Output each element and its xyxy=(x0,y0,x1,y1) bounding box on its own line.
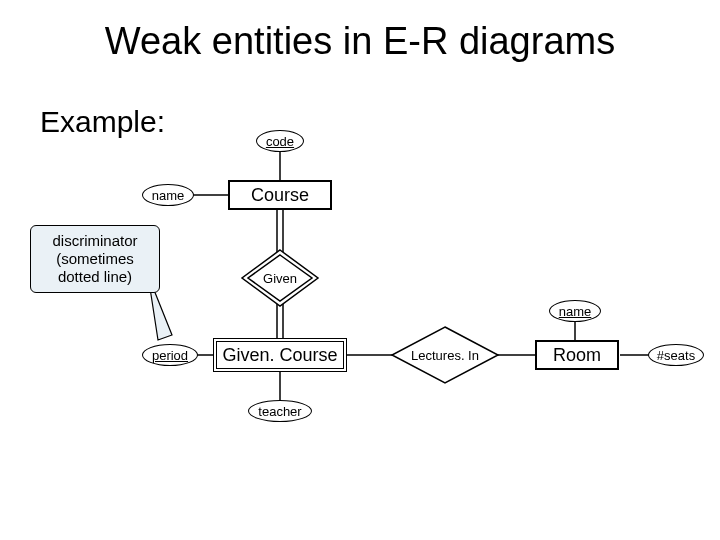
callout-text: discriminator (sometimes dotted line) xyxy=(52,232,137,285)
rel-given: Given xyxy=(240,248,320,308)
entity-room: Room xyxy=(535,340,619,370)
rel-lectures-in-label: Lectures. In xyxy=(411,348,479,363)
entity-room-label: Room xyxy=(553,345,601,366)
attr-teacher: teacher xyxy=(248,400,312,422)
entity-course-label: Course xyxy=(251,185,309,206)
attr-seats: #seats xyxy=(648,344,704,366)
attr-code: code xyxy=(256,130,304,152)
discriminator-callout: discriminator (sometimes dotted line) xyxy=(30,225,160,293)
rel-given-label: Given xyxy=(263,271,297,286)
example-label: Example: xyxy=(40,105,165,139)
entity-given-course: Given. Course xyxy=(213,338,347,372)
entity-course: Course xyxy=(228,180,332,210)
attr-name-course: name xyxy=(142,184,194,206)
rel-lectures-in: Lectures. In xyxy=(390,325,500,385)
attr-period: period xyxy=(142,344,198,366)
attr-name-room: name xyxy=(549,300,601,322)
er-diagram: Weak entities in E-R diagrams Example: d… xyxy=(0,0,720,540)
entity-given-course-label: Given. Course xyxy=(222,345,337,366)
page-title: Weak entities in E-R diagrams xyxy=(0,20,720,63)
